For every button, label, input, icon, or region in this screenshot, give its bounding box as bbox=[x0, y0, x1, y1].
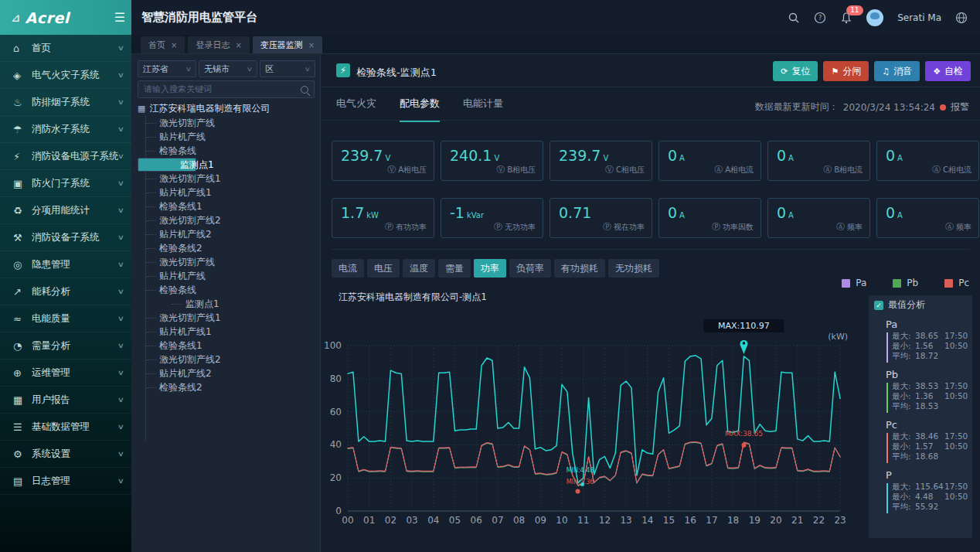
max-marker-pin-dot bbox=[743, 342, 746, 345]
x-tick-label: 01 bbox=[363, 515, 375, 526]
card-unit: V bbox=[385, 154, 390, 162]
sidebar-item-16[interactable]: ⚙系统设置∨ bbox=[0, 441, 131, 468]
window-tab-3[interactable]: 变压器监测× bbox=[253, 36, 322, 53]
tree-node-20[interactable]: 检验条线2 bbox=[138, 380, 315, 394]
chart-legend: PaPbPc bbox=[842, 278, 969, 288]
sidebar-item-13[interactable]: ⊕运维管理∨ bbox=[0, 359, 131, 387]
legend-item-Pb[interactable]: Pb bbox=[893, 278, 918, 288]
sidebar-item-6[interactable]: ▣防火门子系统∨ bbox=[0, 170, 131, 197]
tree-node-1[interactable]: 激光切割产线 bbox=[138, 116, 315, 130]
region-select-3[interactable]: 区∨ bbox=[260, 60, 315, 77]
sidebar-item-15[interactable]: ☰基础数据管理∨ bbox=[0, 414, 131, 441]
tree-node-3[interactable]: 检验条线 bbox=[138, 144, 315, 158]
extremes-row: 平均:18.72 bbox=[892, 351, 968, 361]
chart-tab-3[interactable]: 温度 bbox=[403, 259, 435, 278]
tree-node-19[interactable]: 贴片机产线2 bbox=[138, 366, 315, 380]
window-tab-1[interactable]: 首页× bbox=[141, 36, 185, 53]
menu-collapse-icon[interactable]: ☰ bbox=[108, 0, 131, 35]
device-button-4[interactable]: ❖自检 bbox=[925, 61, 971, 81]
help-icon[interactable]: ? bbox=[814, 12, 826, 24]
sidebar-item-11[interactable]: ≈电能质量∨ bbox=[0, 305, 131, 332]
sidebar-item-4[interactable]: ☂消防水子系统∨ bbox=[0, 116, 131, 143]
sidebar-item-3[interactable]: ♨防排烟子系统∨ bbox=[0, 89, 131, 116]
sidebar-item-12[interactable]: ◔需量分析∨ bbox=[0, 332, 131, 359]
tree-root-node[interactable]: ▦ 江苏安科瑞电器制造有限公司 bbox=[138, 102, 270, 115]
chart-tab-6[interactable]: 负荷率 bbox=[509, 259, 551, 278]
main-panel: ⚡ 检验条线-监测点1 ⟳复位⚑分闸♫消音❖自检 电气火灾配电参数电能计量 数据… bbox=[322, 54, 980, 552]
search-icon[interactable] bbox=[788, 12, 800, 24]
tree-leader bbox=[145, 288, 156, 291]
tree-node-2[interactable]: 贴片机产线 bbox=[138, 130, 315, 144]
tree-node-4[interactable]: 监测点1 bbox=[138, 158, 196, 172]
language-globe-icon[interactable] bbox=[955, 12, 968, 24]
sidebar-item-5[interactable]: ⚡消防设备电源子系统∨ bbox=[0, 143, 131, 170]
tree-node-8[interactable]: 激光切割产线2 bbox=[138, 213, 315, 227]
trip-icon: ⚑ bbox=[831, 66, 839, 77]
notifications-bell-icon[interactable]: 11 bbox=[840, 12, 852, 24]
card-label: ⒶC相电流 bbox=[932, 164, 971, 175]
tree-node-14[interactable]: 监测点1 bbox=[138, 297, 315, 311]
extremes-row: 最大:38.4617:50 bbox=[892, 431, 968, 441]
chevron-down-icon: ∨ bbox=[117, 261, 124, 268]
device-button-2[interactable]: ⚑分闸 bbox=[823, 61, 869, 81]
sidebar-item-1[interactable]: ⌂首页∨ bbox=[0, 35, 131, 62]
tree-node-label: 检验条线1 bbox=[159, 201, 202, 212]
card-unit: kVar bbox=[467, 211, 484, 220]
avatar[interactable] bbox=[866, 9, 883, 26]
tree-node-6[interactable]: 贴片机产线1 bbox=[138, 186, 315, 199]
region-select-2[interactable]: 无锡市∨ bbox=[199, 60, 257, 77]
tree-node-11[interactable]: 激光切割产线 bbox=[138, 255, 315, 269]
tree-leader bbox=[145, 261, 156, 263]
search-icon[interactable] bbox=[301, 86, 308, 94]
chart-tab-7[interactable]: 有功损耗 bbox=[554, 259, 605, 278]
chevron-down-icon: ∨ bbox=[247, 66, 254, 73]
sidebar-item-14[interactable]: ▦用户报告∨ bbox=[0, 387, 131, 414]
series-P bbox=[348, 356, 840, 483]
detail-tab-1[interactable]: 电气火灾 bbox=[336, 97, 376, 122]
tree-node-label: 激光切割产线 bbox=[159, 118, 215, 128]
chart-tab-8[interactable]: 无功损耗 bbox=[608, 259, 659, 278]
chart-tab-4[interactable]: 需量 bbox=[438, 259, 471, 278]
tree-leader bbox=[145, 316, 156, 319]
measurement-card-12: 0AⒶ频率 bbox=[876, 198, 979, 238]
close-tab-icon[interactable]: × bbox=[171, 41, 177, 49]
device-button-3[interactable]: ♫消音 bbox=[874, 61, 920, 81]
tree-node-10[interactable]: 检验条线2 bbox=[138, 241, 315, 255]
detail-tab-3[interactable]: 电能计量 bbox=[463, 97, 503, 122]
close-tab-icon[interactable]: × bbox=[235, 41, 241, 49]
chevron-down-icon: ∨ bbox=[185, 66, 192, 73]
tree-node-18[interactable]: 激光切割产线2 bbox=[138, 353, 315, 366]
tree-node-13[interactable]: 检验条线 bbox=[138, 283, 315, 297]
search-input[interactable] bbox=[144, 84, 301, 94]
extremes-row: 平均:18.68 bbox=[892, 451, 968, 462]
sidebar-item-8[interactable]: ⚒消防设备子系统∨ bbox=[0, 224, 131, 251]
extremes-checkbox[interactable]: ✓ bbox=[874, 301, 883, 310]
device-button-1[interactable]: ⟳复位 bbox=[773, 61, 818, 81]
chart-tab-5[interactable]: 功率 bbox=[474, 259, 506, 278]
sidebar-item-2[interactable]: ◈电气火灾子系统∨ bbox=[0, 62, 131, 89]
close-tab-icon[interactable]: × bbox=[308, 41, 315, 49]
tree-node-12[interactable]: 贴片机产线 bbox=[138, 269, 315, 283]
sidebar-item-17[interactable]: ▤日志管理∨ bbox=[0, 468, 131, 495]
log-icon: ▤ bbox=[13, 475, 32, 487]
tree-node-label: 激光切割产线1 bbox=[159, 173, 221, 184]
tree-node-9[interactable]: 贴片机产线2 bbox=[138, 227, 315, 241]
chart-tab-1[interactable]: 电流 bbox=[332, 259, 364, 278]
legend-item-Pc[interactable]: Pc bbox=[944, 278, 969, 288]
tree-node-5[interactable]: 激光切割产线1 bbox=[138, 172, 315, 186]
tree-node-16[interactable]: 贴片机产线1 bbox=[138, 325, 315, 339]
tree-node-7[interactable]: 检验条线1 bbox=[138, 199, 315, 213]
tree-node-17[interactable]: 检验条线1 bbox=[138, 339, 315, 353]
legend-label: Pc bbox=[958, 278, 969, 288]
sidebar-item-7[interactable]: ♻分项用能统计∨ bbox=[0, 197, 131, 224]
detail-tab-2[interactable]: 配电参数 bbox=[400, 97, 440, 122]
sidebar-item-9[interactable]: ◎隐患管理∨ bbox=[0, 251, 131, 278]
sidebar-item-10[interactable]: ↗能耗分析∨ bbox=[0, 278, 131, 305]
region-select-value: 江苏省 bbox=[143, 63, 168, 75]
device-action-buttons: ⟳复位⚑分闸♫消音❖自检 bbox=[773, 61, 971, 81]
tree-node-15[interactable]: 激光切割产线1 bbox=[138, 311, 315, 325]
window-tab-2[interactable]: 登录日志× bbox=[188, 36, 249, 53]
region-select-1[interactable]: 江苏省∨ bbox=[138, 60, 196, 77]
legend-item-Pa[interactable]: Pa bbox=[842, 278, 866, 288]
chart-tab-2[interactable]: 电压 bbox=[367, 259, 400, 278]
